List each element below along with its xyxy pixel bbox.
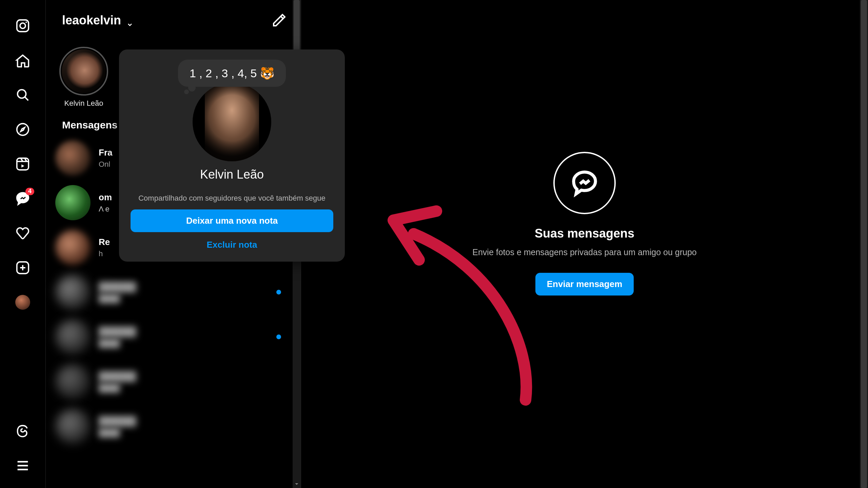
note-popover: 1 , 2 , 3 , 4, 5 🐯 Kelvin Leão Compartil… (119, 49, 345, 262)
chat-text: Fra Onl (99, 147, 112, 169)
logo-instagram-icon[interactable] (14, 17, 32, 35)
chat-name: Re (99, 237, 110, 247)
inbox-header: leaokelvin (46, 0, 301, 41)
avatar-icon (55, 409, 91, 444)
new-note-button[interactable]: Deixar uma nova nota (131, 209, 333, 232)
username-switcher[interactable]: leaokelvin (62, 13, 133, 27)
nav-explore[interactable] (14, 121, 32, 138)
chat-text: ██████ ████ (99, 371, 136, 392)
main-scrollbar[interactable] (860, 0, 868, 488)
scrollbar-arrow-down-icon[interactable] (293, 481, 301, 487)
compose-button[interactable] (271, 12, 287, 28)
chat-name: ██████ (99, 326, 136, 337)
svg-point-1 (20, 23, 25, 28)
chat-text: om Λ e (99, 192, 112, 214)
messages-badge: 4 (25, 188, 34, 195)
svg-point-2 (25, 22, 27, 23)
chat-sub: ████ (99, 294, 136, 303)
avatar-icon (55, 185, 91, 220)
modal-desc: Compartilhado com seguidores que você ta… (138, 194, 326, 203)
chat-text: ██████ ████ (99, 416, 136, 437)
avatar-icon (55, 230, 91, 265)
nav-more-menu[interactable] (14, 457, 32, 474)
send-message-button[interactable]: Enviar mensagem (535, 273, 634, 296)
chat-item[interactable]: ██████ ████ (55, 404, 301, 449)
note-bubble[interactable]: 1 , 2 , 3 , 4, 5 🐯 (178, 60, 286, 87)
chat-sub: Onl (99, 160, 112, 169)
note-avatar-ring (59, 47, 108, 96)
messenger-icon (553, 152, 616, 214)
nav-notifications[interactable] (14, 224, 32, 242)
empty-subtitle: Envie fotos e mensagens privadas para um… (472, 247, 697, 257)
chat-item[interactable]: ██████ ████ (55, 314, 301, 359)
modal-name: Kelvin Leão (200, 167, 264, 182)
avatar-icon (55, 319, 91, 354)
chat-text: ██████ ████ (99, 282, 136, 303)
nav-reels[interactable] (14, 155, 32, 173)
chat-name: ██████ (99, 371, 136, 382)
avatar-icon (62, 49, 106, 93)
svg-point-4 (17, 124, 29, 136)
svg-point-3 (18, 90, 26, 98)
avatar-icon (15, 295, 30, 310)
nav-rail: 4 (0, 0, 46, 488)
nav-home[interactable] (14, 52, 32, 69)
rail-top: 4 (14, 17, 32, 311)
chat-item[interactable]: ██████ ████ (55, 359, 301, 404)
chat-text: Re h (99, 237, 110, 258)
nav-threads[interactable] (14, 422, 32, 440)
avatar-icon (55, 274, 91, 310)
empty-state: Suas mensagens Envie fotos e mensagens p… (472, 152, 697, 296)
note-label: Kelvin Leão (64, 99, 103, 108)
chat-sub: ████ (99, 384, 136, 392)
chat-name: ██████ (99, 282, 136, 292)
chat-name: om (99, 192, 112, 203)
username-label: leaokelvin (62, 13, 121, 27)
avatar-icon (55, 140, 91, 176)
scrollbar-thumb[interactable] (861, 0, 867, 488)
nav-search[interactable] (14, 86, 32, 104)
app-root: 4 leaokelvin (0, 0, 868, 488)
unread-dot-icon (276, 290, 281, 294)
main-pane: Suas mensagens Envie fotos e mensagens p… (301, 0, 868, 488)
svg-rect-5 (17, 158, 29, 170)
empty-title: Suas mensagens (535, 226, 634, 241)
delete-note-link[interactable]: Excluir nota (207, 240, 257, 250)
unread-dot-icon (276, 334, 281, 339)
rail-bottom (14, 422, 32, 474)
note-self[interactable]: Kelvin Leão (59, 47, 108, 108)
chevron-down-icon (126, 17, 133, 24)
nav-messages[interactable]: 4 (14, 190, 32, 207)
avatar-large (193, 83, 271, 161)
chat-name: ██████ (99, 416, 136, 426)
chat-item[interactable]: ██████ ████ (55, 270, 301, 314)
svg-rect-0 (17, 20, 29, 32)
nav-profile[interactable] (14, 293, 32, 311)
avatar-icon (205, 83, 259, 161)
chat-name: Fra (99, 147, 112, 158)
chat-time: h (99, 249, 110, 258)
chat-snippet: Λ e (99, 205, 110, 213)
nav-create[interactable] (14, 259, 32, 277)
chat-text: ██████ ████ (99, 326, 136, 348)
chat-sub: ████ (99, 428, 136, 437)
avatar-icon (55, 364, 91, 399)
chat-sub: ████ (99, 339, 136, 348)
